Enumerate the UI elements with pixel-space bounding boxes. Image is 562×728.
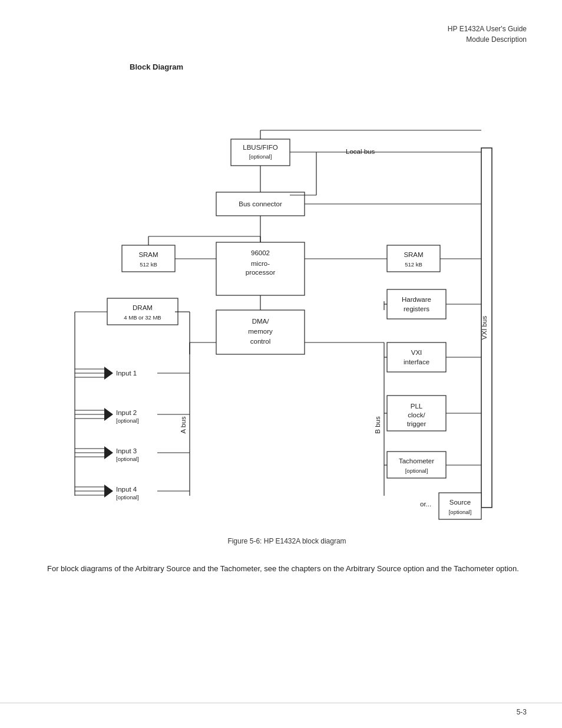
svg-text:[optional]: [optional]: [249, 153, 272, 160]
svg-text:control: control: [250, 338, 271, 345]
svg-text:clock/: clock/: [408, 411, 425, 419]
svg-text:Source: Source: [449, 499, 471, 506]
page-header: HP E1432A User's Guide Module Descriptio…: [47, 24, 527, 45]
body-text: For block diagrams of the Arbitrary Sour…: [47, 563, 527, 575]
svg-text:registers: registers: [404, 305, 429, 312]
svg-rect-17: [122, 245, 175, 272]
svg-text:VXI: VXI: [411, 349, 422, 356]
section-title: Block Diagram: [130, 62, 527, 71]
svg-rect-36: [387, 342, 446, 372]
svg-text:DRAM: DRAM: [133, 304, 153, 311]
svg-text:trigger: trigger: [407, 420, 427, 427]
svg-text:or...: or...: [420, 500, 431, 508]
svg-text:DMA/: DMA/: [252, 318, 270, 325]
svg-text:Input 3: Input 3: [116, 447, 137, 454]
page: HP E1432A User's Guide Module Descriptio…: [0, 0, 562, 728]
footer-page: 5-3: [517, 708, 527, 716]
svg-rect-20: [387, 245, 440, 272]
svg-text:A bus: A bus: [180, 416, 187, 433]
svg-rect-33: [387, 289, 446, 319]
svg-text:LBUS/FIFO: LBUS/FIFO: [243, 144, 277, 151]
svg-text:Input 4: Input 4: [116, 486, 137, 493]
svg-text:[optional]: [optional]: [116, 494, 139, 500]
svg-rect-25: [107, 298, 178, 325]
page-footer: 5-3: [0, 703, 562, 716]
svg-text:512 kB: 512 kB: [405, 261, 422, 268]
svg-text:[optional]: [optional]: [116, 456, 139, 462]
header-line2: Module Description: [47, 34, 527, 45]
svg-rect-43: [387, 452, 446, 478]
svg-text:512 kB: 512 kB: [140, 261, 157, 268]
svg-text:interface: interface: [404, 358, 429, 365]
figure-caption: Figure 5-6: HP E1432A block diagram: [47, 537, 527, 545]
svg-marker-78: [104, 408, 113, 421]
svg-text:micro-: micro-: [251, 260, 270, 267]
svg-text:Local bus: Local bus: [346, 148, 375, 155]
block-diagram: .box { fill: white; stroke: #222; stroke…: [57, 83, 517, 531]
svg-text:Input 2: Input 2: [116, 409, 137, 416]
svg-marker-72: [104, 367, 113, 380]
svg-text:Hardware: Hardware: [402, 296, 431, 303]
svg-text:4 MB or 32 MB: 4 MB or 32 MB: [124, 314, 161, 321]
svg-marker-85: [104, 446, 113, 459]
svg-text:PLL: PLL: [411, 403, 423, 410]
svg-text:[optional]: [optional]: [116, 417, 139, 424]
svg-text:B bus: B bus: [374, 416, 381, 434]
svg-text:Bus connector: Bus connector: [239, 200, 282, 207]
svg-text:processor: processor: [246, 269, 276, 276]
svg-text:96002: 96002: [251, 249, 270, 256]
svg-text:SRAM: SRAM: [138, 251, 158, 258]
header-line1: HP E1432A User's Guide: [47, 24, 527, 34]
svg-text:VXI bus: VXI bus: [481, 316, 488, 340]
svg-rect-46: [439, 493, 481, 519]
diagram-svg: .box { fill: white; stroke: #222; stroke…: [57, 83, 517, 531]
svg-text:[optional]: [optional]: [449, 509, 472, 515]
svg-rect-2: [231, 139, 290, 166]
svg-text:SRAM: SRAM: [404, 251, 423, 258]
svg-text:Input 1: Input 1: [116, 370, 137, 377]
svg-text:[optional]: [optional]: [405, 467, 428, 474]
svg-text:memory: memory: [248, 328, 273, 335]
svg-text:Tachometer: Tachometer: [399, 457, 434, 465]
svg-marker-92: [104, 485, 113, 498]
